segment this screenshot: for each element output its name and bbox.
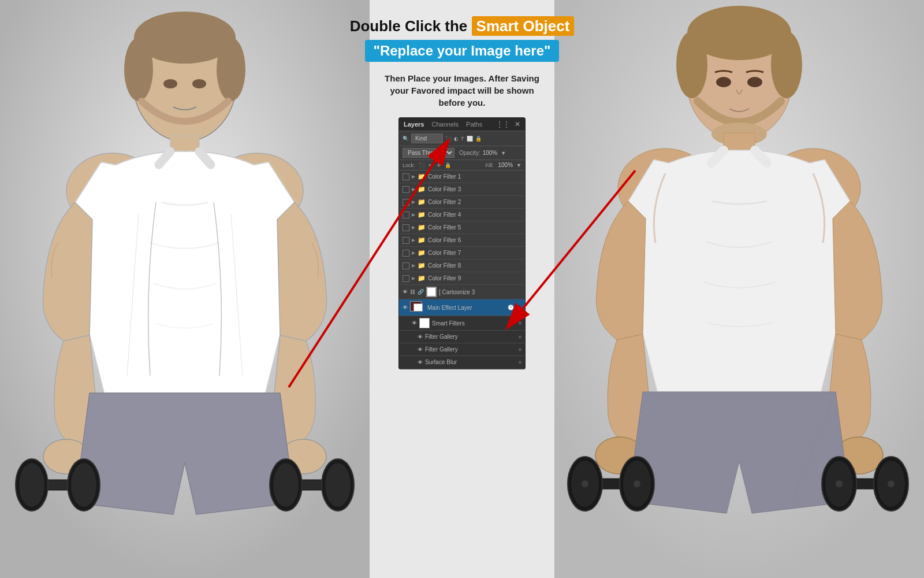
layer-link-cartoonize: ⛓ xyxy=(410,289,415,295)
text-filter-icon[interactable]: T xyxy=(461,136,464,142)
layer-expand-3[interactable]: ▶ xyxy=(412,187,415,192)
layer-expand-6[interactable]: ▶ xyxy=(412,238,415,243)
subtitle-text: Then Place your Images. After Saving you… xyxy=(381,72,543,109)
layer-expand-4[interactable]: ▶ xyxy=(412,212,415,217)
lock-artboard-icon[interactable]: 🔒 xyxy=(445,162,451,168)
replace-image-label: "Replace your Image here" xyxy=(365,40,560,62)
filter-gallery-2-settings[interactable]: ≡ xyxy=(519,347,521,353)
layer-eye-cartoonize[interactable]: 👁 xyxy=(403,289,408,295)
layer-search-input[interactable] xyxy=(411,134,443,143)
layer-name-7: Color Filter 7 xyxy=(428,250,521,256)
layer-color-filter-4[interactable]: ▶ 📁 Color Filter 4 xyxy=(399,209,525,221)
panel-close-icon[interactable]: ✕ xyxy=(515,120,520,128)
svg-point-21 xyxy=(325,463,351,507)
svg-point-25 xyxy=(676,31,707,98)
ps-layers-panel: Layers Channels Paths ⋮⋮ ✕ 🔍 ⬛ xyxy=(398,117,526,369)
svg-point-26 xyxy=(771,31,802,98)
layer-expand-9[interactable]: ▶ xyxy=(412,276,415,281)
layer-visibility-9[interactable] xyxy=(403,275,409,282)
svg-point-19 xyxy=(273,463,299,507)
layer-visibility-1[interactable] xyxy=(403,173,409,180)
layer-name-1: Color Filter 1 xyxy=(428,173,521,180)
layer-color-filter-3[interactable]: ▶ 📁 Color Filter 3 xyxy=(399,183,525,196)
layer-name-main: Main Effect Layer xyxy=(427,305,505,311)
adjustment-filter-icon[interactable]: ◐ xyxy=(454,136,459,142)
layer-name-4: Color Filter 4 xyxy=(428,212,521,218)
layer-expand-main[interactable]: ▲ xyxy=(516,305,521,310)
layer-expand-8[interactable]: ▶ xyxy=(412,263,415,268)
svg-point-3 xyxy=(124,38,153,101)
layer-visibility-5[interactable] xyxy=(403,224,409,231)
svg-point-48 xyxy=(888,480,895,487)
lock-label: Lock: xyxy=(403,162,415,168)
filter-icons: ⬛ ◐ T ⬜ 🔒 xyxy=(445,136,482,142)
opacity-chevron: ▼ xyxy=(501,150,506,156)
layer-expand-7[interactable]: ▶ xyxy=(412,250,415,255)
layer-color-filter-6[interactable]: ▶ 📁 Color Filter 6 xyxy=(399,234,525,247)
layer-name-9: Color Filter 9 xyxy=(428,275,521,281)
surface-blur-settings[interactable]: ≡ xyxy=(519,360,521,365)
layer-folder-icon-2: 📁 xyxy=(418,198,426,206)
smart-filters-settings[interactable]: ≡ xyxy=(519,320,521,326)
filter-gallery-1-eye[interactable]: 👁 xyxy=(418,334,423,340)
ps-layer-list: ▶ 📁 Color Filter 1 ▶ 📁 Color Filter 3 ▶ … xyxy=(399,171,525,369)
surface-blur-eye[interactable]: 👁 xyxy=(418,360,423,365)
layers-tab[interactable]: Layers xyxy=(404,121,424,128)
layer-main-effect[interactable]: 👁 Main Effect Layer 🕐 ▲ xyxy=(399,299,525,316)
title-prefix: Double Click the xyxy=(350,17,472,35)
layer-folder-icon-3: 📁 xyxy=(418,186,426,193)
layer-visibility-2[interactable] xyxy=(403,199,409,206)
layer-visibility-8[interactable] xyxy=(403,262,409,269)
lock-move-icon[interactable]: ✛ xyxy=(437,162,441,168)
layer-name-2: Color Filter 2 xyxy=(428,199,521,205)
layer-color-filter-5[interactable]: ▶ 📁 Color Filter 5 xyxy=(399,221,525,234)
layer-thumb-main-container xyxy=(410,301,425,314)
smart-filter-icon[interactable]: 🔒 xyxy=(475,136,482,142)
opacity-label: Opacity: xyxy=(459,150,480,156)
layer-eye-main[interactable]: 👁 xyxy=(403,305,408,310)
layer-filter-gallery-1: 👁 Filter Gallery ≡ xyxy=(399,331,525,343)
layer-expand-2[interactable]: ▶ xyxy=(412,199,415,205)
pixel-filter-icon[interactable]: ⬛ xyxy=(445,136,452,142)
paths-tab[interactable]: Paths xyxy=(466,121,482,128)
layer-expand-5[interactable]: ▶ xyxy=(412,225,415,230)
layer-color-filter-2[interactable]: ▶ 📁 Color Filter 2 xyxy=(399,196,525,209)
layer-thumb-cartoonize xyxy=(426,287,437,297)
layer-cartoonize[interactable]: 👁 ⛓ 🔗 [ Cartoonize 3 xyxy=(399,285,525,299)
smart-filters-eye[interactable]: 👁 xyxy=(412,320,417,326)
panel-tabs: Layers Channels Paths xyxy=(404,121,482,128)
channels-tab[interactable]: Channels xyxy=(432,121,459,128)
layer-smart-filters: 👁 Smart Filters ≡ xyxy=(399,316,525,331)
layer-expand-1[interactable]: ▶ xyxy=(412,174,415,179)
layer-visibility-4[interactable] xyxy=(403,212,409,218)
blend-mode-select[interactable]: Pass Through Normal Multiply xyxy=(403,148,454,158)
layer-color-filter-8[interactable]: ▶ 📁 Color Filter 8 xyxy=(399,260,525,272)
layer-folder-icon-7: 📁 xyxy=(418,249,426,257)
ps-panel-titlebar: Layers Channels Paths ⋮⋮ ✕ xyxy=(399,118,525,131)
surface-blur-label: Surface Blur xyxy=(425,359,516,365)
smart-object-badge: Smart Object xyxy=(472,16,575,36)
right-panel xyxy=(554,0,924,578)
filter-gallery-2-eye[interactable]: 👁 xyxy=(418,347,423,353)
lock-draw-icon[interactable]: ✏ xyxy=(429,162,433,168)
layer-folder-icon-8: 📁 xyxy=(418,262,426,269)
panel-controls: ⋮⋮ ✕ xyxy=(496,120,520,128)
svg-point-14 xyxy=(19,463,44,507)
shape-filter-icon[interactable]: ⬜ xyxy=(467,136,473,142)
layer-visibility-7[interactable] xyxy=(403,250,409,257)
right-figure xyxy=(554,0,924,578)
main-title: Double Click the Smart Object xyxy=(350,17,575,35)
layer-color-filter-9[interactable]: ▶ 📁 Color Filter 9 xyxy=(399,272,525,285)
layer-name-6: Color Filter 6 xyxy=(428,237,521,243)
layer-visibility-3[interactable] xyxy=(403,186,409,193)
layer-folder-icon-6: 📁 xyxy=(418,236,426,244)
filter-gallery-1-settings[interactable]: ≡ xyxy=(519,334,521,340)
layer-visibility-6[interactable] xyxy=(403,237,409,244)
ps-blend-row: Pass Through Normal Multiply Opacity: 10… xyxy=(399,146,525,160)
lock-pixel-icon[interactable]: ⬛ xyxy=(419,162,425,168)
layer-color-filter-1[interactable]: ▶ 📁 Color Filter 1 xyxy=(399,171,525,183)
svg-point-27 xyxy=(716,77,731,87)
layer-surface-blur: 👁 Surface Blur ≡ xyxy=(399,356,525,369)
left-figure xyxy=(0,0,370,578)
layer-color-filter-7[interactable]: ▶ 📁 Color Filter 7 xyxy=(399,247,525,260)
